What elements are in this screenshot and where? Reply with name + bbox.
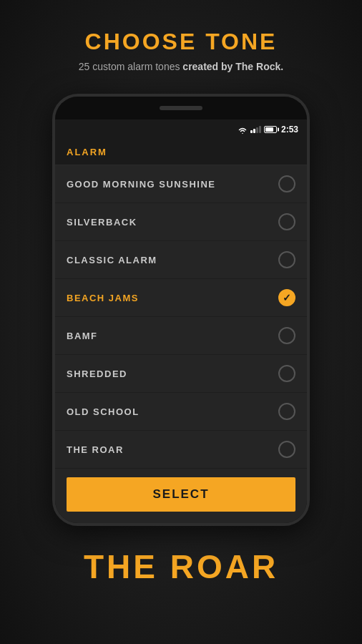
status-time: 2:53 bbox=[281, 125, 298, 135]
alarm-label: ALARM bbox=[67, 147, 295, 157]
tone-item-silverback[interactable]: SILVERBACK bbox=[55, 203, 307, 241]
phone-speaker bbox=[160, 106, 202, 110]
phone-device: 2:53 ALARM GOOD MORNING SUNSHINESILVERBA… bbox=[52, 94, 310, 526]
wifi-icon bbox=[238, 126, 248, 134]
tone-item-classic-alarm[interactable]: CLASSIC ALARM bbox=[55, 241, 307, 279]
page-title: CHOOSE TONE bbox=[0, 29, 362, 55]
tone-name-shredded: SHREDDED bbox=[67, 369, 127, 379]
tone-name-good-morning-sunshine: GOOD MORNING SUNSHINE bbox=[67, 179, 215, 190]
status-bar: 2:53 bbox=[55, 119, 307, 140]
radio-shredded[interactable] bbox=[278, 365, 295, 382]
tone-item-bamf[interactable]: BAMF bbox=[55, 317, 307, 355]
tone-item-shredded[interactable]: SHREDDED bbox=[55, 355, 307, 393]
radio-old-school[interactable] bbox=[278, 403, 295, 420]
footer-title: THE ROAR bbox=[0, 547, 362, 586]
radio-beach-jams[interactable] bbox=[278, 289, 295, 306]
radio-good-morning-sunshine[interactable] bbox=[278, 175, 295, 192]
subtitle-bold: created by The Rock. bbox=[182, 61, 283, 72]
tone-item-the-roar[interactable]: THE ROAR bbox=[55, 431, 307, 469]
tone-item-good-morning-sunshine[interactable]: GOOD MORNING SUNSHINE bbox=[55, 165, 307, 203]
tone-item-old-school[interactable]: OLD SCHOOL bbox=[55, 393, 307, 431]
signal-icon bbox=[250, 126, 261, 133]
tone-name-old-school: OLD SCHOOL bbox=[67, 406, 140, 417]
battery-fill bbox=[265, 127, 273, 132]
phone-screen: ALARM GOOD MORNING SUNSHINESILVERBACKCLA… bbox=[55, 140, 307, 523]
tone-name-classic-alarm: CLASSIC ALARM bbox=[67, 255, 157, 265]
alarm-section-header: ALARM bbox=[55, 140, 307, 165]
battery-icon bbox=[264, 126, 277, 133]
radio-classic-alarm[interactable] bbox=[278, 251, 295, 268]
page-header: CHOOSE TONE 25 custom alarm tones create… bbox=[0, 0, 362, 79]
tone-name-bamf: BAMF bbox=[67, 331, 98, 341]
radio-silverback[interactable] bbox=[278, 213, 295, 230]
radio-bamf[interactable] bbox=[278, 327, 295, 344]
phone-top-bar bbox=[55, 97, 307, 119]
tone-name-silverback: SILVERBACK bbox=[67, 217, 137, 228]
select-button[interactable]: SELECT bbox=[67, 477, 295, 512]
status-icons bbox=[238, 126, 277, 134]
radio-the-roar[interactable] bbox=[278, 441, 295, 458]
footer-section: THE ROAR bbox=[0, 526, 362, 586]
page-subtitle: 25 custom alarm tones created by The Roc… bbox=[0, 61, 362, 72]
tone-name-beach-jams: BEACH JAMS bbox=[67, 293, 139, 303]
select-button-wrapper: SELECT bbox=[55, 469, 307, 523]
tone-item-beach-jams[interactable]: BEACH JAMS bbox=[55, 279, 307, 317]
tone-name-the-roar: THE ROAR bbox=[67, 444, 124, 455]
subtitle-normal: 25 custom alarm tones bbox=[79, 61, 183, 72]
tone-list: GOOD MORNING SUNSHINESILVERBACKCLASSIC A… bbox=[55, 165, 307, 469]
